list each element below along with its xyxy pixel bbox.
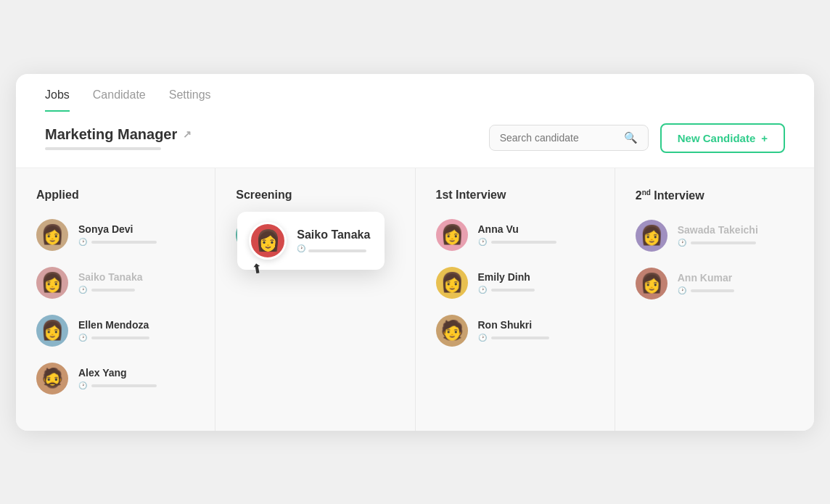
card-info: Emily Dinh 🕑 bbox=[478, 271, 535, 294]
col-header-first-interview: 1st Interview bbox=[436, 189, 597, 202]
tab-settings[interactable]: Settings bbox=[169, 88, 211, 112]
card-meta: 🕑 bbox=[678, 239, 758, 247]
avatar-dragged: 👩 bbox=[249, 222, 287, 260]
col-header-screening: Screening bbox=[236, 189, 397, 202]
card-meta: 🕑 bbox=[678, 286, 734, 294]
candidate-name: Anna Vu bbox=[478, 223, 556, 235]
clock-icon: 🕑 bbox=[78, 286, 87, 294]
candidate-card[interactable]: 👩 Ann Kumar 🕑 bbox=[636, 268, 797, 299]
nav-tabs: Jobs Candidate Settings bbox=[45, 74, 785, 112]
candidate-name: Sonya Devi bbox=[78, 223, 157, 235]
candidate-name: Alex Yang bbox=[78, 367, 157, 379]
col-header-applied: Applied bbox=[36, 189, 197, 202]
drag-tooltip-meta: 🕑 bbox=[297, 244, 370, 252]
tab-candidate[interactable]: Candidate bbox=[93, 88, 146, 112]
avatar: 👩 bbox=[636, 220, 667, 252]
column-first-interview: 1st Interview 👩 Anna Vu 🕑 👩 bbox=[416, 168, 615, 431]
header: Jobs Candidate Settings Marketing Manage… bbox=[16, 74, 814, 168]
drag-tooltip-name: Saiko Tanaka bbox=[297, 228, 370, 241]
clock-icon: 🕑 bbox=[678, 286, 686, 294]
card-meta: 🕑 bbox=[78, 381, 157, 389]
clock-icon: 🕑 bbox=[678, 239, 686, 247]
card-info: Ellen Mendoza 🕑 bbox=[78, 319, 149, 342]
job-title-text: Marketing Manager bbox=[45, 126, 177, 143]
candidate-card[interactable]: 👩 Anna Vu 🕑 bbox=[436, 219, 597, 251]
avatar: 👩 bbox=[436, 219, 468, 251]
candidate-name: Emily Dinh bbox=[478, 271, 535, 283]
job-title: Marketing Manager ↗ bbox=[45, 126, 192, 143]
candidate-name: Ron Shukri bbox=[478, 319, 549, 331]
kanban-board: Applied 👩 Sonya Devi 🕑 👩 bbox=[16, 168, 814, 431]
candidate-card[interactable]: 👩 Saiko Tanaka 🕑 bbox=[36, 267, 197, 299]
candidate-card[interactable]: 🧔 Alex Yang 🕑 bbox=[36, 363, 197, 394]
card-info: Sonya Devi 🕑 bbox=[78, 223, 157, 246]
new-candidate-label: New Candidate bbox=[678, 132, 756, 144]
card-bar bbox=[91, 289, 135, 292]
tab-jobs[interactable]: Jobs bbox=[45, 88, 70, 112]
avatar: 👩 bbox=[36, 315, 68, 347]
job-title-area: Marketing Manager ↗ bbox=[45, 126, 192, 150]
card-bar bbox=[91, 336, 149, 339]
clock-icon: 🕑 bbox=[478, 334, 487, 342]
search-icon: 🔍 bbox=[624, 131, 638, 144]
card-bar bbox=[491, 289, 535, 292]
card-bar bbox=[91, 241, 157, 244]
subheader: Marketing Manager ↗ 🔍 New Candidate + bbox=[45, 112, 785, 168]
card-bar bbox=[91, 384, 157, 387]
column-screening: Screening 👩 Ling Tan 🕑 👩 bbox=[215, 168, 415, 431]
column-applied: Applied 👩 Sonya Devi 🕑 👩 bbox=[16, 168, 215, 431]
job-title-bar bbox=[45, 147, 161, 150]
candidate-name: Saiko Tanaka bbox=[78, 271, 142, 283]
card-meta: 🕑 bbox=[78, 334, 149, 342]
clock-icon: 🕑 bbox=[78, 334, 87, 342]
card-meta: 🕑 bbox=[78, 238, 157, 246]
card-info: Anna Vu 🕑 bbox=[478, 223, 556, 246]
candidate-name: Ellen Mendoza bbox=[78, 319, 149, 331]
avatar: 🧑 bbox=[436, 315, 468, 347]
card-meta: 🕑 bbox=[78, 286, 142, 294]
avatar: 🧔 bbox=[36, 363, 68, 394]
card-info: Ron Shukri 🕑 bbox=[478, 319, 549, 342]
candidate-card[interactable]: 👩 Ellen Mendoza 🕑 bbox=[36, 315, 197, 347]
candidate-card[interactable]: 🧑 Ron Shukri 🕑 bbox=[436, 315, 597, 347]
card-bar bbox=[491, 241, 556, 244]
avatar: 👩 bbox=[36, 219, 68, 251]
clock-icon: 🕑 bbox=[78, 238, 87, 246]
clock-icon: 🕑 bbox=[478, 238, 487, 246]
new-candidate-button[interactable]: New Candidate + bbox=[660, 123, 785, 153]
card-meta: 🕑 bbox=[478, 334, 549, 342]
card-bar bbox=[691, 289, 734, 292]
card-meta: 🕑 bbox=[478, 286, 535, 294]
card-bar bbox=[691, 241, 756, 244]
avatar: 👩 bbox=[636, 268, 667, 299]
drag-tooltip-info: Saiko Tanaka 🕑 bbox=[297, 228, 370, 252]
card-info: Alex Yang 🕑 bbox=[78, 367, 157, 389]
card-meta: 🕑 bbox=[478, 238, 556, 246]
drag-tooltip: 👩 Saiko Tanaka 🕑 ⬆︎ bbox=[237, 212, 385, 270]
clock-icon: 🕑 bbox=[78, 381, 87, 389]
new-candidate-plus-icon: + bbox=[761, 132, 768, 144]
cursor-icon: ⬆︎ bbox=[250, 260, 264, 277]
drag-tooltip-bar bbox=[308, 249, 366, 252]
column-second-interview: 2nd Interview 👩 Sawada Takeichi 🕑 bbox=[615, 168, 814, 431]
external-link-icon[interactable]: ↗ bbox=[183, 128, 192, 140]
candidate-card[interactable]: 👩 Sonya Devi 🕑 bbox=[36, 219, 197, 251]
search-box[interactable]: 🔍 bbox=[489, 125, 649, 151]
card-info: Sawada Takeichi 🕑 bbox=[678, 224, 758, 247]
card-info: Saiko Tanaka 🕑 bbox=[78, 271, 142, 294]
candidate-name: Sawada Takeichi bbox=[678, 224, 758, 236]
col-header-second-interview: 2nd Interview bbox=[636, 189, 797, 202]
card-bar bbox=[491, 336, 549, 339]
superscript-nd: nd bbox=[642, 189, 651, 197]
search-input[interactable] bbox=[500, 132, 618, 144]
avatar: 👩 bbox=[36, 267, 68, 299]
avatar: 👩 bbox=[436, 267, 468, 299]
card-info: Ann Kumar 🕑 bbox=[678, 272, 734, 294]
candidate-name: Ann Kumar bbox=[678, 272, 734, 284]
clock-icon: 🕑 bbox=[478, 286, 487, 294]
candidate-card[interactable]: 👩 Sawada Takeichi 🕑 bbox=[636, 220, 797, 252]
clock-icon: 🕑 bbox=[297, 244, 305, 252]
app-container: Jobs Candidate Settings Marketing Manage… bbox=[16, 74, 814, 431]
header-actions: 🔍 New Candidate + bbox=[489, 123, 785, 153]
candidate-card[interactable]: 👩 Emily Dinh 🕑 bbox=[436, 267, 597, 299]
